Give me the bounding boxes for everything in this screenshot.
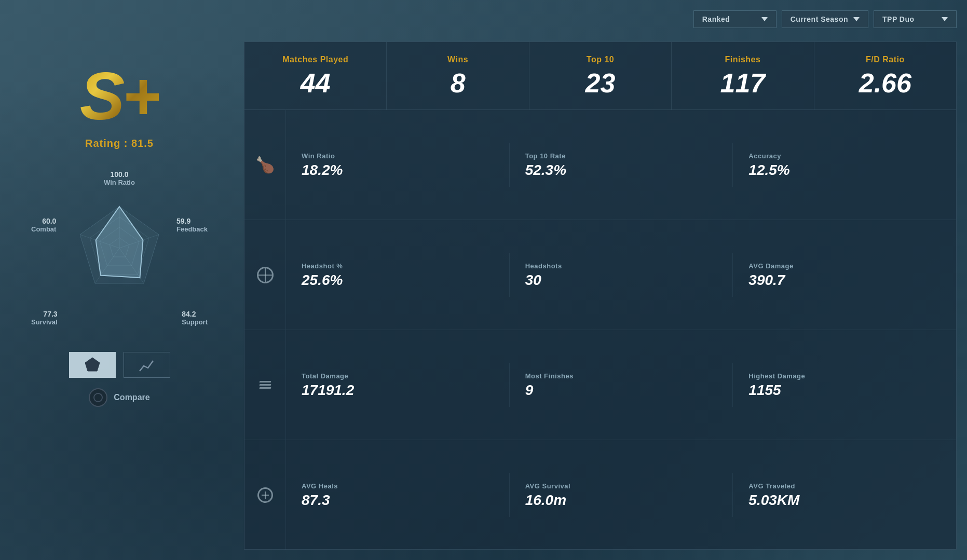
detail-label-1-2: AVG Damage (748, 262, 941, 270)
top-stats-bar: Matches Played 44 Wins 8 Top 10 23 Finis… (244, 42, 956, 110)
detail-label-0-2: Accuracy (748, 152, 941, 160)
left-panel: S+ Rating : 81.5 100.0 Win Ratio 59.9 Fe… (0, 0, 239, 560)
detail-cell-3-2: AVG Traveled 5.03KM (733, 473, 956, 517)
detail-cell-3-0: AVG Heals 87.3 (286, 473, 510, 517)
detail-value-3-0: 87.3 (302, 493, 494, 508)
svg-marker-9 (96, 207, 143, 278)
mode-dropdown[interactable]: Ranked (693, 10, 777, 28)
detail-value-2-1: 9 (525, 383, 717, 398)
detail-label-3-0: AVG Heals (302, 482, 494, 490)
rank-symbol: S+ (80, 62, 159, 130)
rating-text: Rating : 81.5 (85, 138, 154, 149)
radar-value-top: 100.0 (104, 170, 135, 179)
detail-label-3-1: AVG Survival (525, 482, 717, 490)
radar-value-bottom-left: 77.3 (31, 310, 58, 318)
detail-stats-row-3: AVG Heals 87.3 AVG Survival 16.0m AVG Tr… (286, 473, 956, 517)
radar-value-right: 59.9 (176, 217, 208, 225)
detail-label-3-2: AVG Traveled (748, 482, 941, 490)
chart-view-button[interactable] (124, 352, 170, 378)
detail-stats-row-0: Win Ratio 18.2% Top 10 Rate 52.3% Accura… (286, 143, 956, 187)
perspective-dropdown-arrow (942, 17, 948, 21)
detail-stats: 🍗 Win Ratio 18.2% Top 10 Rate 52.3% Accu… (244, 110, 956, 550)
detail-stats-row-1: Headshot % 25.6% Headshots 30 AVG Damage… (286, 253, 956, 297)
detail-value-0-1: 52.3% (525, 163, 717, 177)
stat-col-1: Wins 8 (387, 42, 529, 110)
mode-dropdown-arrow (761, 17, 768, 21)
radar-name-right: Feedback (176, 225, 208, 233)
stats-view-button[interactable] (69, 352, 116, 378)
filter-bar: Ranked Current Season TPP Duo (693, 10, 957, 28)
radar-label-left: 60.0 Combat (31, 217, 56, 233)
stat-col-3: Finishes 117 (672, 42, 814, 110)
detail-cell-0-2: Accuracy 12.5% (733, 143, 956, 187)
stat-value-3: 117 (682, 70, 803, 97)
stat-col-2: Top 10 23 (529, 42, 672, 110)
circle-icon (93, 392, 103, 403)
stat-value-1: 8 (397, 70, 518, 97)
stat-label-2: Top 10 (540, 55, 661, 64)
detail-label-2-2: Highest Damage (748, 372, 941, 380)
detail-cell-1-2: AVG Damage 390.7 (733, 253, 956, 297)
detail-value-0-0: 18.2% (302, 163, 494, 177)
detail-value-1-0: 25.6% (302, 273, 494, 288)
compare-label: Compare (114, 393, 149, 402)
bullet-icon (260, 381, 271, 389)
stat-col-4: F/D Ratio 2.66 (814, 42, 956, 110)
detail-row-2: Total Damage 17191.2 Most Finishes 9 Hig… (244, 330, 956, 440)
perspective-label: TPP Duo (882, 15, 915, 23)
radar-name-bottom-right: Support (182, 318, 208, 326)
stat-label-0: Matches Played (255, 55, 376, 64)
stat-label-3: Finishes (682, 55, 803, 64)
detail-icon-area-2 (244, 330, 286, 440)
season-dropdown[interactable]: Current Season (782, 10, 868, 28)
radar-label-bottom-right: 84.2 Support (182, 310, 208, 326)
detail-cell-0-0: Win Ratio 18.2% (286, 143, 510, 187)
compare-area: Compare (89, 388, 149, 407)
detail-row-3: AVG Heals 87.3 AVG Survival 16.0m AVG Tr… (244, 440, 956, 550)
radar-name-bottom-left: Survival (31, 318, 58, 326)
detail-cell-2-2: Highest Damage 1155 (733, 363, 956, 407)
detail-row-0: 🍗 Win Ratio 18.2% Top 10 Rate 52.3% Accu… (244, 110, 956, 220)
season-label: Current Season (791, 15, 848, 23)
radar-name-left: Combat (31, 225, 56, 233)
radar-value-bottom-right: 84.2 (182, 310, 208, 318)
detail-icon-area-0: 🍗 (244, 110, 286, 220)
detail-value-0-2: 12.5% (748, 163, 941, 177)
stat-label-1: Wins (397, 55, 518, 64)
crosshair-icon (257, 267, 274, 283)
season-dropdown-arrow (853, 17, 860, 21)
chicken-icon: 🍗 (255, 156, 275, 174)
detail-cell-2-0: Total Damage 17191.2 (286, 363, 510, 407)
radar-value-left: 60.0 (31, 217, 56, 225)
stat-value-0: 44 (255, 70, 376, 97)
compare-toggle[interactable] (89, 388, 107, 407)
chart-icon (139, 357, 155, 373)
detail-stats-row-2: Total Damage 17191.2 Most Finishes 9 Hig… (286, 363, 956, 407)
svg-marker-10 (85, 358, 100, 371)
stat-value-4: 2.66 (825, 70, 946, 97)
perspective-dropdown[interactable]: TPP Duo (874, 10, 957, 28)
detail-row-1: Headshot % 25.6% Headshots 30 AVG Damage… (244, 220, 956, 330)
plus-icon (257, 487, 273, 503)
detail-value-2-2: 1155 (748, 383, 941, 398)
view-buttons (69, 352, 170, 378)
detail-value-3-2: 5.03KM (748, 493, 941, 508)
stat-value-2: 23 (540, 70, 661, 97)
svg-point-11 (94, 393, 102, 402)
detail-value-3-1: 16.0m (525, 493, 717, 508)
detail-label-1-0: Headshot % (302, 262, 494, 270)
detail-icon-area-3 (244, 440, 286, 550)
radar-label-bottom-left: 77.3 Survival (31, 310, 58, 326)
pentagon-icon (84, 357, 101, 373)
detail-cell-1-1: Headshots 30 (510, 253, 733, 297)
radar-label-top: 100.0 Win Ratio (104, 170, 135, 186)
detail-cell-2-1: Most Finishes 9 (510, 363, 733, 407)
detail-label-2-1: Most Finishes (525, 372, 717, 380)
detail-icon-area-1 (244, 220, 286, 330)
detail-label-0-1: Top 10 Rate (525, 152, 717, 160)
detail-value-1-2: 390.7 (748, 273, 941, 288)
stat-label-4: F/D Ratio (825, 55, 946, 64)
main-panel: Matches Played 44 Wins 8 Top 10 23 Finis… (244, 42, 957, 550)
radar-svg (67, 196, 171, 300)
detail-value-2-0: 17191.2 (302, 383, 494, 398)
